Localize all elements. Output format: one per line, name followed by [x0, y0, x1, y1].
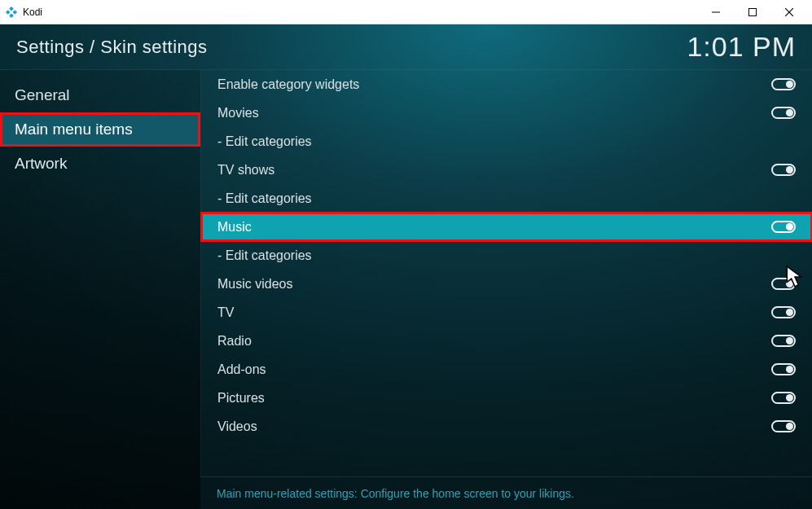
setting-row-tv[interactable]: TV — [201, 298, 812, 327]
sidebar-item-label: Main menu items — [15, 121, 133, 138]
setting-row-edit-categories[interactable]: - Edit categories — [201, 184, 812, 213]
window-maximize-button[interactable] — [734, 0, 770, 24]
sidebar-item-label: General — [15, 86, 70, 104]
setting-row-edit-categories[interactable]: - Edit categories — [201, 127, 812, 156]
app-header: Settings / Skin settings 1:01 PM — [0, 24, 812, 70]
clock: 1:01 PM — [687, 31, 796, 63]
setting-row-pictures[interactable]: Pictures — [201, 384, 812, 412]
setting-row-radio[interactable]: Radio — [201, 327, 812, 355]
setting-label: - Edit categories — [217, 191, 796, 206]
sidebar-item-main-menu-items[interactable]: Main menu items — [0, 112, 200, 147]
setting-label: Videos — [217, 419, 771, 434]
setting-label: - Edit categories — [217, 134, 796, 149]
toggle-switch[interactable] — [771, 420, 796, 432]
setting-label: Music — [217, 220, 771, 235]
setting-label: Movies — [217, 106, 771, 121]
setting-label: - Edit categories — [217, 248, 796, 263]
settings-list: Enable category widgetsMovies- Edit cate… — [200, 70, 812, 476]
setting-label: Music videos — [217, 277, 771, 292]
window-minimize-button[interactable] — [697, 0, 734, 24]
sidebar-item-general[interactable]: General — [0, 78, 200, 112]
svg-rect-1 — [12, 10, 17, 15]
setting-row-add-ons[interactable]: Add-ons — [201, 355, 812, 384]
close-icon — [785, 8, 793, 16]
setting-row-tv-shows[interactable]: TV shows — [201, 156, 812, 184]
svg-rect-3 — [9, 13, 14, 18]
window-close-button[interactable] — [770, 0, 807, 24]
breadcrumb: Settings / Skin settings — [16, 37, 687, 58]
setting-label: Pictures — [217, 391, 771, 406]
setting-row-videos[interactable]: Videos — [201, 412, 812, 441]
setting-row-music[interactable]: Music — [201, 213, 812, 241]
toggle-switch[interactable] — [771, 221, 796, 233]
setting-label: TV — [217, 305, 771, 320]
toggle-switch[interactable] — [771, 335, 796, 347]
minimize-icon — [712, 8, 720, 16]
setting-label: Add-ons — [217, 362, 771, 377]
setting-label: Enable category widgets — [217, 77, 771, 92]
toggle-switch[interactable] — [771, 78, 796, 90]
sidebar-item-label: Artwork — [15, 155, 67, 173]
help-text: Main menu-related settings: Configure th… — [200, 476, 812, 509]
toggle-switch[interactable] — [771, 306, 796, 318]
toggle-switch[interactable] — [771, 107, 796, 119]
setting-row-music-videos[interactable]: Music videos — [201, 270, 812, 298]
toggle-switch[interactable] — [771, 164, 796, 176]
sidebar-item-artwork[interactable]: Artwork — [0, 147, 200, 181]
window-titlebar: Kodi — [0, 0, 812, 24]
setting-label: TV shows — [217, 163, 771, 178]
setting-row-enable-category-widgets[interactable]: Enable category widgets — [201, 70, 812, 99]
settings-main: Enable category widgetsMovies- Edit cate… — [200, 70, 812, 509]
svg-rect-5 — [748, 8, 756, 15]
svg-rect-2 — [6, 10, 11, 15]
window-title: Kodi — [23, 7, 42, 18]
kodi-app: Settings / Skin settings 1:01 PM General… — [0, 24, 812, 509]
toggle-switch[interactable] — [771, 363, 796, 375]
svg-rect-0 — [9, 6, 14, 11]
toggle-switch[interactable] — [771, 392, 796, 404]
maximize-icon — [748, 8, 757, 16]
toggle-switch[interactable] — [771, 278, 796, 290]
setting-row-movies[interactable]: Movies — [201, 99, 812, 127]
setting-row-edit-categories[interactable]: - Edit categories — [201, 241, 812, 270]
setting-label: Radio — [217, 334, 771, 349]
kodi-logo-icon — [5, 6, 18, 19]
settings-sidebar: GeneralMain menu itemsArtwork — [0, 70, 200, 509]
